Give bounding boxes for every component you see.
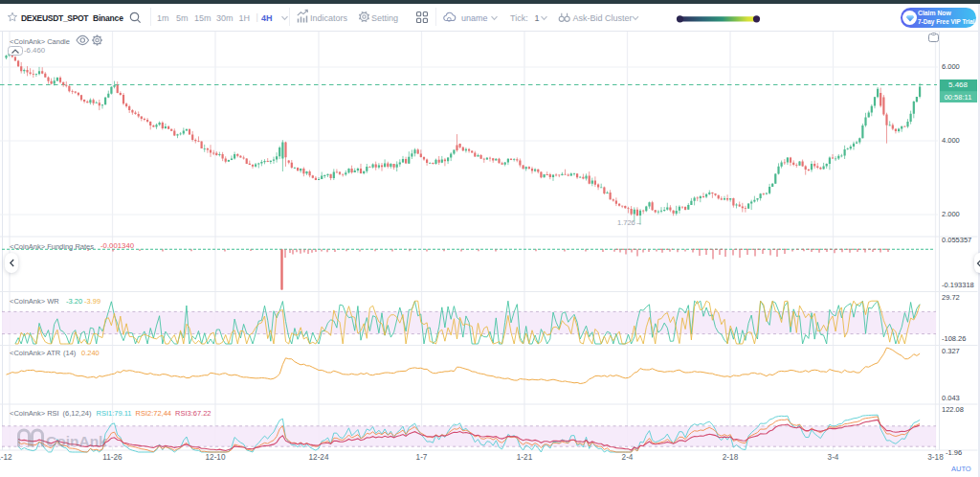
svg-text:CoinAnk: CoinAnk xyxy=(46,433,107,449)
